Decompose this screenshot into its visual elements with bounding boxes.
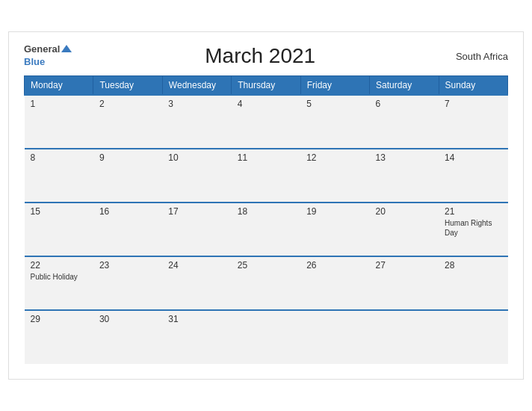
calendar-cell: 19 <box>300 203 369 256</box>
calendar-cell: 28 <box>439 256 507 310</box>
calendar-cell: 1 <box>25 95 93 149</box>
event-label: Public Holiday <box>31 272 87 282</box>
calendar-cell: 26 <box>300 256 369 310</box>
day-number: 13 <box>376 152 433 163</box>
day-number: 19 <box>306 206 363 217</box>
calendar-week-row: 891011121314 <box>25 149 508 203</box>
calendar-cell: 17 <box>162 203 231 256</box>
calendar-cell: 14 <box>439 149 507 203</box>
day-number: 28 <box>445 260 501 271</box>
weekday-header: Tuesday <box>93 76 162 96</box>
day-number: 31 <box>168 314 225 324</box>
calendar-cell: 29 <box>25 310 93 364</box>
calendar-cell: 3 <box>162 95 231 149</box>
calendar-cell: 11 <box>232 149 300 203</box>
calendar-cell: 10 <box>162 149 231 203</box>
calendar-container: General Blue March 2021 South Africa Mon… <box>8 31 524 380</box>
calendar-cell: 20 <box>370 203 439 256</box>
day-number: 10 <box>168 152 225 163</box>
day-number: 25 <box>238 260 294 271</box>
day-number: 14 <box>445 152 501 163</box>
day-number: 29 <box>31 314 87 324</box>
calendar-cell: 31 <box>162 310 231 364</box>
day-number: 4 <box>238 99 294 109</box>
day-number: 7 <box>445 99 501 109</box>
day-number: 24 <box>168 260 225 271</box>
calendar-table: MondayTuesdayWednesdayThursdayFridaySatu… <box>24 75 508 364</box>
weekday-header: Sunday <box>439 76 507 96</box>
calendar-body: 123456789101112131415161718192021Human R… <box>25 95 508 364</box>
day-number: 16 <box>99 206 156 217</box>
calendar-cell: 25 <box>232 256 300 310</box>
day-number: 11 <box>238 152 294 163</box>
weekday-header: Wednesday <box>162 76 231 96</box>
calendar-title: March 2021 <box>72 44 448 68</box>
calendar-cell: 24 <box>162 256 231 310</box>
calendar-cell: 22Public Holiday <box>25 256 93 310</box>
calendar-cell: 13 <box>370 149 439 203</box>
calendar-cell <box>300 310 369 364</box>
day-number: 23 <box>99 260 156 271</box>
calendar-cell <box>232 310 300 364</box>
weekday-header: Friday <box>300 76 369 96</box>
day-number: 2 <box>99 99 156 109</box>
calendar-week-row: 22Public Holiday232425262728 <box>25 256 508 310</box>
logo-general-text: General <box>24 44 60 55</box>
day-number: 26 <box>306 260 363 271</box>
weekday-header: Saturday <box>370 76 439 96</box>
calendar-cell: 18 <box>232 203 300 256</box>
day-number: 6 <box>376 99 433 109</box>
day-number: 8 <box>31 152 87 163</box>
day-number: 20 <box>376 206 433 217</box>
weekday-header: Monday <box>25 76 93 96</box>
logo-blue-text: Blue <box>24 56 45 67</box>
calendar-thead: MondayTuesdayWednesdayThursdayFridaySatu… <box>25 76 508 96</box>
calendar-cell <box>439 310 507 364</box>
logo-triangle-icon <box>61 45 72 52</box>
day-number: 17 <box>168 206 225 217</box>
day-number: 18 <box>238 206 294 217</box>
calendar-cell <box>370 310 439 364</box>
country-label: South Africa <box>448 51 508 62</box>
day-number: 12 <box>306 152 363 163</box>
day-number: 30 <box>99 314 156 324</box>
calendar-cell: 4 <box>232 95 300 149</box>
calendar-week-row: 1234567 <box>25 95 508 149</box>
weekday-header: Thursday <box>232 76 300 96</box>
weekday-header-row: MondayTuesdayWednesdayThursdayFridaySatu… <box>25 76 508 96</box>
calendar-week-row: 293031 <box>25 310 508 364</box>
day-number: 22 <box>31 260 87 271</box>
event-label: Human Rights Day <box>445 218 501 238</box>
calendar-header: General Blue March 2021 South Africa <box>24 44 508 68</box>
calendar-cell: 5 <box>300 95 369 149</box>
day-number: 5 <box>306 99 363 109</box>
calendar-cell: 21Human Rights Day <box>439 203 507 256</box>
calendar-cell: 2 <box>93 95 162 149</box>
calendar-cell: 23 <box>93 256 162 310</box>
calendar-cell: 27 <box>370 256 439 310</box>
calendar-cell: 30 <box>93 310 162 364</box>
calendar-cell: 16 <box>93 203 162 256</box>
day-number: 21 <box>445 206 501 217</box>
day-number: 15 <box>31 206 87 217</box>
day-number: 3 <box>168 99 225 109</box>
day-number: 1 <box>31 99 87 109</box>
calendar-cell: 8 <box>25 149 93 203</box>
day-number: 9 <box>99 152 156 163</box>
calendar-cell: 7 <box>439 95 507 149</box>
calendar-cell: 12 <box>300 149 369 203</box>
calendar-week-row: 15161718192021Human Rights Day <box>25 203 508 256</box>
logo: General Blue <box>24 44 72 68</box>
calendar-cell: 15 <box>25 203 93 256</box>
calendar-cell: 9 <box>93 149 162 203</box>
day-number: 27 <box>376 260 433 271</box>
calendar-cell: 6 <box>370 95 439 149</box>
